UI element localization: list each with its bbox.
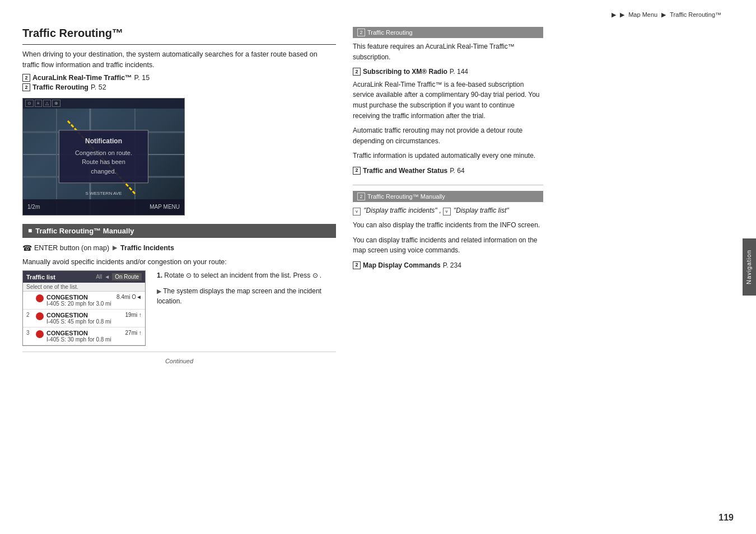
right-para1: This feature requires an AcuraLink Real-… bbox=[353, 41, 543, 62]
voice-text-1: "Display traffic incidents" bbox=[363, 207, 437, 214]
notification-line1: Congestion on route. bbox=[71, 148, 137, 158]
section-divider bbox=[353, 185, 543, 185]
voice-text-2: "Display traffic list" bbox=[454, 207, 509, 214]
item3-icon bbox=[36, 330, 44, 338]
right-section-1: 2 Traffic Rerouting This feature require… bbox=[353, 27, 543, 176]
notification-line2: Route has been changed. bbox=[71, 157, 137, 176]
street-label: S WESTERN AVE bbox=[86, 191, 122, 196]
map-bottom-bar: 1/2m MAP MENU bbox=[23, 199, 184, 215]
section-heading-manually: Traffic Rerouting™ Manually bbox=[22, 224, 336, 238]
step-2: ▶ The system displays the map screen and… bbox=[157, 286, 336, 306]
right-ref2-icon: 2 bbox=[353, 167, 361, 175]
right-ref1-icon: 2 bbox=[353, 68, 361, 76]
breadcrumb-item2: Traffic Rerouting™ bbox=[670, 11, 721, 18]
instruction-prefix: ENTER button (on map) bbox=[34, 244, 109, 252]
right-para3: Automatic traffic rerouting may not prov… bbox=[353, 125, 543, 146]
page-number: 119 bbox=[718, 513, 734, 523]
item2-type: CONGESTION bbox=[46, 312, 123, 318]
item1-icon bbox=[36, 294, 44, 302]
item2-info: CONGESTION I-405 S: 45 mph for 0.8 mi bbox=[46, 312, 123, 325]
step1-text3: . bbox=[320, 271, 321, 279]
left-column: Traffic Rerouting™ When driving to your … bbox=[22, 27, 336, 523]
item1-distance: 8.4mi O◄ bbox=[116, 294, 142, 300]
page-footer: Continued bbox=[22, 352, 336, 370]
traffic-item-2: 2 CONGESTION I-405 S: 45 mph for 0.8 mi … bbox=[23, 310, 145, 327]
traffic-list-tabs: All ◄ On Route bbox=[96, 273, 142, 280]
right-para4: Traffic information is updated automatic… bbox=[353, 151, 543, 161]
right-section1-icon: 2 bbox=[357, 29, 365, 36]
continued-text: Continued bbox=[165, 358, 193, 364]
step1-text2: to select an incident from the list. Pre… bbox=[193, 271, 310, 279]
ref2-page: P. 52 bbox=[91, 83, 106, 91]
right-ref1-bold: Subscribing to XM® Radio bbox=[363, 67, 447, 77]
right-section1-title: Traffic Rerouting bbox=[367, 29, 413, 36]
step2-text: The system displays the map screen and t… bbox=[157, 287, 321, 305]
right-section2-icon: 2 bbox=[357, 193, 365, 200]
content-area: Traffic Rerouting™ When driving to your … bbox=[22, 27, 739, 523]
ref-icon-1: 2 bbox=[22, 74, 30, 82]
item1-type: CONGESTION bbox=[46, 294, 114, 301]
instruction-line: ☎ ENTER button (on map) ▶ Traffic Incide… bbox=[22, 243, 336, 252]
traffic-item-1: CONGESTION I-405 S: 20 mph for 3.0 mi 8.… bbox=[23, 292, 145, 310]
ref1-page: P. 15 bbox=[134, 74, 150, 82]
page-container: Navigation ▶ ▶ Map Menu ▶ Traffic Rerout… bbox=[0, 0, 756, 534]
map-background: ⊙ ≡ △ ⊕ bbox=[23, 99, 184, 215]
item2-icon bbox=[36, 312, 44, 320]
page-title: Traffic Rerouting™ bbox=[22, 27, 336, 45]
step2-arrow: ▶ bbox=[157, 288, 161, 294]
item2-detail: I-405 S: 45 mph for 0.8 mi bbox=[46, 318, 123, 325]
right-section2-title: Traffic Rerouting™ Manually bbox=[367, 193, 445, 200]
step1-icon2: ⊙ bbox=[312, 271, 318, 279]
step1-num: 1. bbox=[157, 271, 162, 279]
voice-icon-2: v bbox=[443, 208, 451, 216]
breadcrumb-separator2: ▶ bbox=[620, 11, 624, 18]
notification-title: Notification bbox=[71, 137, 137, 145]
item3-distance: 27mi ↑ bbox=[125, 330, 142, 336]
item3-num: 3 bbox=[26, 330, 33, 336]
right-ref1-page: P. 144 bbox=[450, 67, 468, 77]
breadcrumb-separator3: ▶ bbox=[661, 11, 666, 18]
ref2-bold: Traffic Rerouting bbox=[32, 83, 88, 91]
traffic-list-screenshot: Traffic list All ◄ On Route Select one o… bbox=[22, 270, 146, 346]
right-ref3-page: P. 234 bbox=[443, 260, 461, 271]
voice-commands-line: v "Display traffic incidents" , v "Displ… bbox=[353, 205, 543, 216]
traffic-subtitle: Select one of the list. bbox=[23, 283, 145, 292]
step-1: 1. Rotate ⊙ to select an incident from t… bbox=[157, 270, 336, 280]
breadcrumb: ▶ ▶ Map Menu ▶ Traffic Rerouting™ bbox=[22, 11, 739, 18]
right2-para1: You can also display the traffic inciden… bbox=[353, 220, 543, 231]
main-content: ▶ ▶ Map Menu ▶ Traffic Rerouting™ Traffi… bbox=[0, 0, 756, 534]
right-ref3: 2 Map Display Commands P. 234 bbox=[353, 260, 543, 271]
right-ref1: 2 Subscribing to XM® Radio P. 144 bbox=[353, 67, 543, 77]
right-ref2-page: P. 64 bbox=[450, 166, 464, 176]
instruction-arrow: ▶ bbox=[113, 244, 117, 251]
voice-sep: , bbox=[439, 207, 441, 214]
sub-text: Manually avoid specific incidents and/or… bbox=[22, 257, 336, 268]
ref1-bold: AcuraLink Real-Time Traffic™ bbox=[32, 74, 132, 82]
intro-text: When driving to your destination, the sy… bbox=[22, 49, 336, 71]
right2-para2: You can display traffic incidents and re… bbox=[353, 235, 543, 256]
map-menu-btn: MAP MENU bbox=[150, 204, 180, 210]
item3-info: CONGESTION I-405 S: 30 mph for 0.8 mi bbox=[46, 330, 123, 343]
notification-box: Notification Congestion on route. Route … bbox=[59, 130, 148, 184]
right-section-2: 2 Traffic Rerouting™ Manually v "Display… bbox=[353, 191, 543, 271]
nav-tab: Navigation bbox=[743, 238, 756, 296]
ref-icon-2: 2 bbox=[22, 83, 30, 91]
right-section2-header: 2 Traffic Rerouting™ Manually bbox=[353, 191, 543, 202]
right-ref3-bold: Map Display Commands bbox=[363, 260, 441, 271]
right-ref3-icon: 2 bbox=[353, 261, 361, 269]
voice-icon-1: v bbox=[353, 208, 361, 216]
item1-detail: I-405 S: 20 mph for 3.0 mi bbox=[46, 301, 114, 307]
steps-column: 1. Rotate ⊙ to select an incident from t… bbox=[157, 270, 336, 346]
item3-type: CONGESTION bbox=[46, 330, 123, 336]
item1-info: CONGESTION I-405 S: 20 mph for 3.0 mi bbox=[46, 294, 114, 307]
ref-link-1: 2 AcuraLink Real-Time Traffic™ P. 15 bbox=[22, 74, 336, 82]
traffic-list-header: Traffic list All ◄ On Route bbox=[23, 271, 145, 283]
traffic-item-3: 3 CONGESTION I-405 S: 30 mph for 0.8 mi … bbox=[23, 327, 145, 345]
ref-link-2: 2 Traffic Rerouting P. 52 bbox=[22, 83, 336, 91]
right-para2: AcuraLink Real-Time Traffic™ is a fee-ba… bbox=[353, 79, 543, 121]
right-ref2: 2 Traffic and Weather Status P. 64 bbox=[353, 166, 543, 176]
step1-icon: ⊙ bbox=[186, 271, 193, 279]
tab-arrow: ◄ bbox=[104, 274, 110, 280]
item3-detail: I-405 S: 30 mph for 0.8 mi bbox=[46, 336, 123, 343]
item2-num: 2 bbox=[26, 312, 33, 318]
